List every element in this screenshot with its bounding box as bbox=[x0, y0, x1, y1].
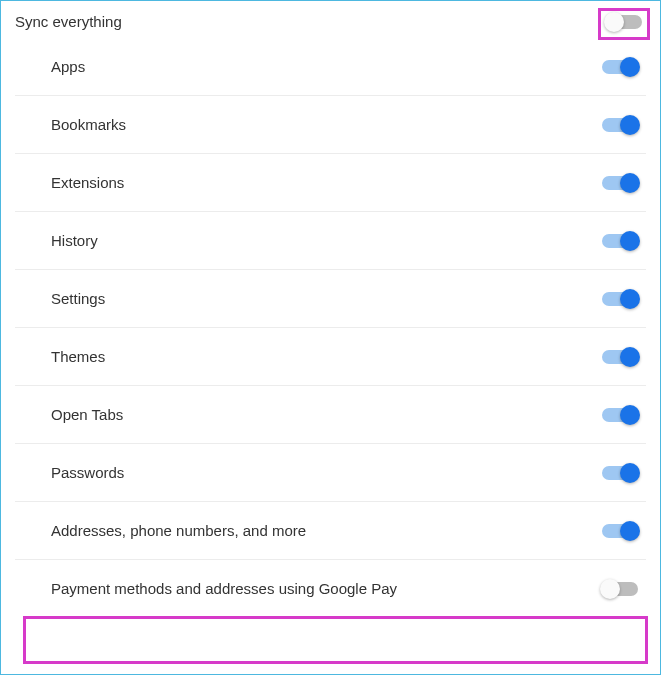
sync-items-list: Apps Bookmarks Extensions History bbox=[1, 38, 660, 617]
toggle-thumb bbox=[620, 405, 640, 425]
toggle-thumb bbox=[620, 57, 640, 77]
sync-item-extensions: Extensions bbox=[15, 154, 646, 212]
sync-item-addresses-toggle[interactable] bbox=[602, 524, 638, 538]
sync-everything-row: Sync everything bbox=[1, 1, 660, 38]
sync-item-apps-toggle[interactable] bbox=[602, 60, 638, 74]
toggle-thumb bbox=[620, 289, 640, 309]
sync-item-themes: Themes bbox=[15, 328, 646, 386]
sync-item-history: History bbox=[15, 212, 646, 270]
sync-item-label: Extensions bbox=[51, 174, 124, 191]
sync-item-addresses: Addresses, phone numbers, and more bbox=[15, 502, 646, 560]
sync-item-label: Themes bbox=[51, 348, 105, 365]
sync-item-label: History bbox=[51, 232, 98, 249]
toggle-thumb bbox=[620, 347, 640, 367]
toggle-thumb bbox=[604, 12, 624, 32]
sync-item-label: Bookmarks bbox=[51, 116, 126, 133]
toggle-thumb bbox=[600, 579, 620, 599]
sync-item-label: Apps bbox=[51, 58, 85, 75]
sync-item-passwords: Passwords bbox=[15, 444, 646, 502]
sync-settings-panel: Sync everything Apps Bookmarks Extension… bbox=[0, 0, 661, 675]
sync-item-open-tabs: Open Tabs bbox=[15, 386, 646, 444]
sync-item-label: Addresses, phone numbers, and more bbox=[51, 522, 306, 539]
sync-everything-label: Sync everything bbox=[15, 13, 122, 30]
sync-item-history-toggle[interactable] bbox=[602, 234, 638, 248]
toggle-thumb bbox=[620, 521, 640, 541]
toggle-thumb bbox=[620, 231, 640, 251]
toggle-thumb bbox=[620, 173, 640, 193]
sync-item-label: Passwords bbox=[51, 464, 124, 481]
sync-item-bookmarks-toggle[interactable] bbox=[602, 118, 638, 132]
sync-item-label: Settings bbox=[51, 290, 105, 307]
toggle-thumb bbox=[620, 115, 640, 135]
highlight-box-payment-row bbox=[23, 616, 648, 664]
sync-item-payment-methods-toggle[interactable] bbox=[602, 582, 638, 596]
sync-item-bookmarks: Bookmarks bbox=[15, 96, 646, 154]
sync-item-apps: Apps bbox=[15, 38, 646, 96]
sync-item-label: Open Tabs bbox=[51, 406, 123, 423]
sync-item-settings: Settings bbox=[15, 270, 646, 328]
sync-everything-toggle[interactable] bbox=[606, 15, 642, 29]
sync-item-payment-methods: Payment methods and addresses using Goog… bbox=[15, 560, 646, 617]
sync-item-open-tabs-toggle[interactable] bbox=[602, 408, 638, 422]
sync-item-extensions-toggle[interactable] bbox=[602, 176, 638, 190]
sync-item-themes-toggle[interactable] bbox=[602, 350, 638, 364]
sync-item-passwords-toggle[interactable] bbox=[602, 466, 638, 480]
sync-item-label: Payment methods and addresses using Goog… bbox=[51, 580, 397, 597]
sync-item-settings-toggle[interactable] bbox=[602, 292, 638, 306]
toggle-thumb bbox=[620, 463, 640, 483]
